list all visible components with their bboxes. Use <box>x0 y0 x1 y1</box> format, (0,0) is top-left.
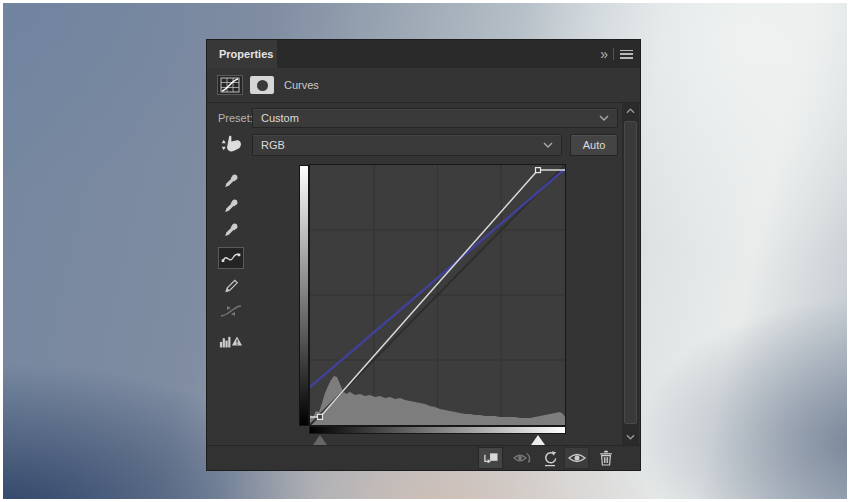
adjustment-title: Curves <box>284 68 319 102</box>
black-point-eyedropper[interactable] <box>219 168 243 192</box>
curve-wave-icon <box>220 250 242 266</box>
tab-properties[interactable]: Properties <box>207 40 277 68</box>
white-point-eyedropper[interactable] <box>219 217 243 241</box>
curve-plot <box>310 165 565 425</box>
input-gradient-bar <box>310 427 565 433</box>
divider <box>207 102 640 103</box>
histogram-warning-icon <box>219 333 243 349</box>
clip-to-layer-icon <box>481 451 500 466</box>
smooth-curve-icon <box>219 303 243 319</box>
collapse-panel-icon[interactable]: » <box>600 47 607 61</box>
eyedropper-icon <box>223 221 240 238</box>
edit-points-tool[interactable] <box>218 247 244 269</box>
preset-label: Preset: <box>218 109 253 128</box>
mask-circle-icon <box>257 80 268 91</box>
layer-mask-thumbnail[interactable] <box>250 76 274 94</box>
panel-title: Properties <box>219 48 273 60</box>
auto-label: Auto <box>583 139 606 151</box>
channel-value: RGB <box>261 139 285 151</box>
delete-adjustment-button[interactable] <box>593 447 618 469</box>
preset-value: Custom <box>261 112 299 124</box>
targeted-adjustment-icon <box>220 134 242 154</box>
desktop-background: Properties » <box>0 0 850 502</box>
chevron-down-icon <box>599 115 609 121</box>
chevron-down-icon <box>543 142 553 148</box>
channel-dropdown[interactable]: RGB <box>252 134 562 156</box>
properties-panel: Properties » <box>207 40 640 470</box>
eyedropper-icon <box>223 172 240 189</box>
output-gradient-bar <box>300 166 308 425</box>
scrollbar-thumb[interactable] <box>624 121 637 424</box>
pencil-tool[interactable] <box>219 273 243 297</box>
highlight-input-slider[interactable] <box>531 435 545 445</box>
curve-point[interactable] <box>536 168 541 173</box>
view-previous-state-button[interactable] <box>509 447 534 469</box>
pencil-icon <box>223 277 240 294</box>
visibility-toggle-button[interactable] <box>564 447 589 469</box>
gray-point-eyedropper[interactable] <box>219 193 243 217</box>
curve-point[interactable] <box>318 414 323 419</box>
smooth-curve-tool[interactable] <box>219 299 243 323</box>
adjustment-title-row: Curves <box>207 68 640 102</box>
curve-grid[interactable] <box>310 165 565 425</box>
scroll-down-icon[interactable] <box>622 430 639 444</box>
panel-header: Properties » <box>207 40 640 68</box>
reset-button[interactable] <box>537 447 562 469</box>
header-separator <box>613 48 614 60</box>
shadow-input-slider[interactable] <box>313 435 327 445</box>
panel-menu-icon[interactable] <box>620 50 633 59</box>
auto-button[interactable]: Auto <box>570 134 618 156</box>
reset-icon <box>542 450 558 467</box>
bottom-toolbar <box>207 446 640 470</box>
eye-arrow-icon <box>512 451 532 465</box>
curves-grid-icon <box>220 77 240 93</box>
scroll-up-icon[interactable] <box>622 104 639 118</box>
curves-adjustment-icon[interactable] <box>217 75 243 95</box>
histogram-clipping-warning[interactable] <box>219 329 243 353</box>
eye-icon <box>568 452 586 464</box>
scrollbar-track[interactable] <box>622 103 639 445</box>
targeted-adjustment-tool[interactable] <box>219 132 243 156</box>
eyedropper-icon <box>223 197 240 214</box>
preset-dropdown[interactable]: Custom <box>252 108 618 128</box>
clip-to-layer-button[interactable] <box>478 447 503 469</box>
trash-icon <box>599 450 613 466</box>
